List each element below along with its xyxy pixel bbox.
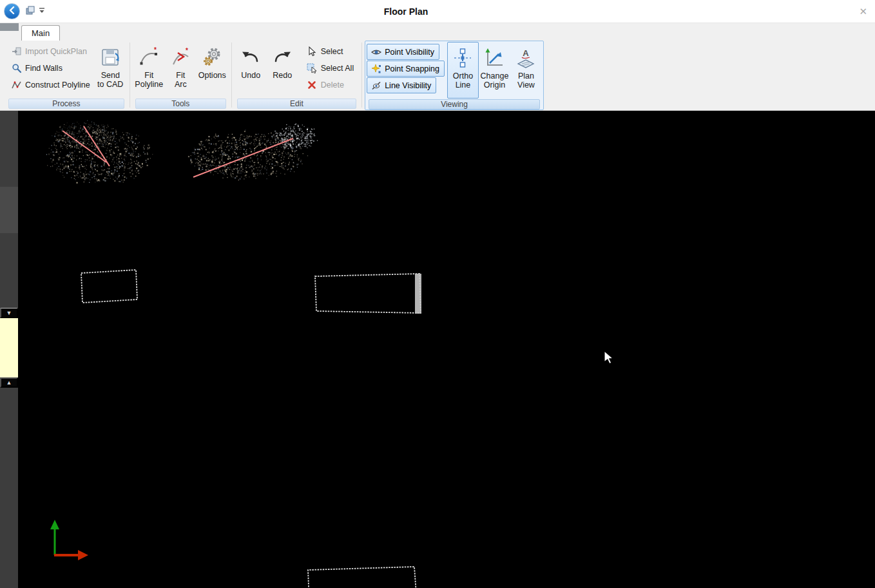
button-label: Find Walls [25, 64, 63, 73]
plan-view-icon: A [515, 47, 536, 69]
elevation-slider: ▼ ▲ [0, 111, 18, 588]
send-to-cad-icon [100, 46, 120, 68]
group-separator [231, 43, 232, 108]
toggle-label: Line Visibility [385, 81, 431, 90]
options-button[interactable]: Options [197, 41, 228, 98]
redo-icon [272, 46, 293, 68]
button-label: Change Origin [481, 71, 509, 90]
group-label-tools: Tools [135, 99, 226, 109]
group-label-viewing: Viewing [369, 99, 540, 109]
svg-text:A: A [523, 48, 530, 58]
line-eye-icon [370, 81, 381, 91]
slider-track-segment [0, 187, 18, 233]
select-all-button[interactable]: Select All [302, 60, 358, 77]
close-button[interactable]: ✕ [859, 6, 867, 17]
ribbon-group-tools: * Fit Polyline * Fit Arc [132, 41, 229, 110]
button-label: Undo [241, 71, 260, 80]
group-separator [361, 43, 362, 108]
chevron-down-icon [39, 6, 45, 16]
ribbon-group-edit: Undo Redo [234, 41, 360, 110]
change-origin-icon [484, 47, 505, 69]
slider-down-button[interactable]: ▼ [0, 308, 18, 318]
button-label: Select All [321, 64, 354, 73]
plan-canvas[interactable] [18, 111, 875, 588]
group-label-edit: Edit [237, 99, 356, 109]
import-quickplan-button[interactable]: Import QuickPlan [6, 43, 95, 60]
ribbon-group-process: Import QuickPlan Find Walls [5, 41, 128, 110]
svg-text:*: * [154, 47, 157, 53]
redo-button[interactable]: Redo [267, 41, 298, 98]
magnifier-icon [11, 63, 22, 73]
find-walls-button[interactable]: Find Walls [6, 60, 95, 77]
point-snapping-toggle[interactable]: Point Snapping [367, 61, 445, 77]
send-to-cad-button[interactable]: Send to CAD [95, 41, 126, 98]
tab-main[interactable]: Main [21, 25, 60, 41]
slider-up-button[interactable]: ▲ [0, 377, 18, 388]
red-x-icon [307, 80, 318, 90]
page-title: Floor Plan [0, 6, 812, 17]
group-label-process: Process [8, 99, 124, 109]
ortho-line-button[interactable]: Ortho Line [447, 42, 479, 99]
select-button[interactable]: Select [302, 43, 358, 60]
point-cloud-scene [18, 111, 875, 588]
svg-text:*: * [186, 47, 188, 54]
point-visibility-toggle[interactable]: Point Visibility [367, 44, 439, 60]
save-layout-button[interactable] [25, 5, 35, 17]
button-label: Options [198, 71, 226, 80]
snap-sparkle-icon [370, 64, 381, 74]
ribbon: Import QuickPlan Find Walls [0, 41, 875, 111]
workspace: ▼ ▲ [0, 111, 875, 588]
plan-view-button[interactable]: A Plan View [510, 42, 542, 99]
ribbon-tab-strip: Main [0, 23, 875, 41]
change-origin-button[interactable]: Change Origin [479, 42, 510, 99]
select-all-icon [307, 63, 318, 73]
toggle-label: Point Visibility [385, 48, 434, 57]
tab-strip-corner [0, 23, 19, 31]
button-label: Redo [273, 71, 292, 80]
button-label: Import QuickPlan [25, 47, 87, 56]
button-label: Ortho Line [453, 71, 473, 90]
undo-button[interactable]: Undo [235, 41, 267, 98]
toolbar-options-button[interactable] [39, 6, 45, 16]
ortho-line-icon [452, 47, 473, 69]
group-separator [130, 43, 130, 108]
title-bar: Floor Plan ✕ [0, 0, 875, 23]
button-label: Fit Arc [175, 71, 187, 89]
quick-access-toolbar [25, 5, 45, 17]
polyline-icon [11, 80, 22, 90]
button-label: Delete [321, 81, 344, 90]
floor-plan-window: Floor Plan ✕ Main [0, 0, 875, 588]
ribbon-group-viewing: Point Visibility Point Snapping [365, 41, 544, 110]
fit-arc-icon: * [170, 46, 191, 68]
fit-polyline-icon: * [139, 46, 159, 68]
undo-icon [240, 46, 261, 68]
button-label: Construct Polyline [25, 81, 90, 90]
fit-polyline-button[interactable]: * Fit Polyline [133, 41, 165, 98]
construct-polyline-button[interactable]: Construct Polyline [6, 77, 95, 93]
button-label: Select [321, 47, 343, 56]
toggle-label: Point Snapping [385, 64, 439, 73]
slider-range-thumb[interactable] [0, 318, 18, 377]
button-label: Send to CAD [97, 71, 123, 89]
fit-arc-button[interactable]: * Fit Arc [165, 41, 197, 98]
import-quickplan-icon [11, 46, 22, 57]
button-label: Plan View [517, 71, 535, 90]
delete-button[interactable]: Delete [302, 77, 358, 93]
layers-icon [25, 5, 35, 17]
button-label: Fit Polyline [135, 71, 163, 89]
line-visibility-toggle[interactable]: Line Visibility [367, 77, 436, 93]
eye-icon [370, 47, 381, 57]
gears-icon [202, 46, 222, 68]
cursor-icon [307, 46, 318, 57]
